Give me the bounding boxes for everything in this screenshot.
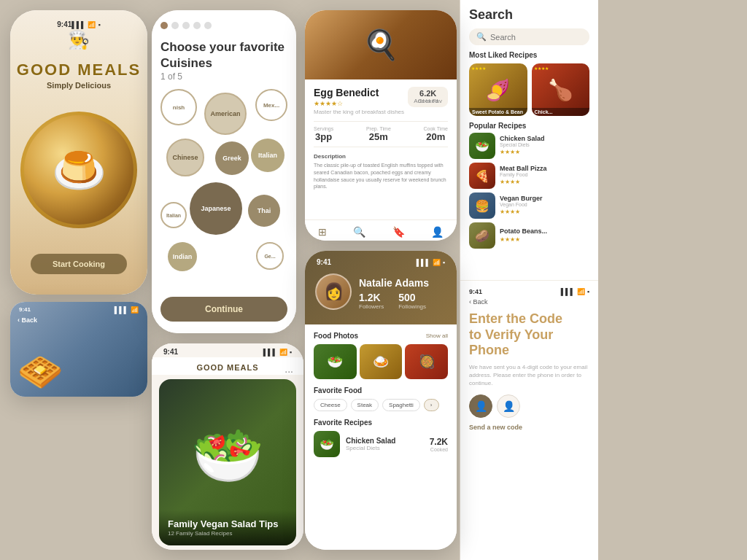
- food-photo-3: 🥘: [405, 344, 448, 379]
- fav-food-chips: Cheese Steak Spaghetti ›: [314, 399, 448, 411]
- recipe-food-image: 🍳: [305, 10, 457, 79]
- profile-status: 9:41 ▌▌▌ 📶 ▪: [305, 254, 457, 268]
- popular-img-2: 🍕: [469, 163, 495, 189]
- cook-stat: Cook Time 20m: [424, 126, 448, 142]
- profile-content: Food Photos Show all 🥗 🍛 🥘 Favorite Food…: [305, 324, 457, 550]
- profile-status-icons: ▌▌▌ 📶 ▪: [417, 259, 445, 266]
- recipe-stats: Servings 3pp Prep. Time 25m Cook Time 20…: [314, 121, 448, 147]
- popular-stars-3: ★★★★: [500, 209, 543, 215]
- feed-menu-dots[interactable]: ···: [285, 365, 293, 377]
- popular-img-1: 🥗: [469, 133, 495, 159]
- waffles-status-icons: ▌▌▌ 📶: [115, 306, 139, 314]
- main-layout: 9:41 ▌▌▌ 📶 ▪ 👨‍🍳 GOOD MEALS Simply Delic…: [0, 0, 747, 560]
- waffles-wifi: 📶: [131, 306, 139, 314]
- popular-item-2: 🍕 Meat Ball Pizza Family Food ★★★★: [469, 163, 589, 189]
- popular-img-3: 🍔: [469, 192, 495, 219]
- bubble-greek[interactable]: Greek: [215, 141, 249, 175]
- back-link[interactable]: ‹ Back: [469, 298, 589, 306]
- fav-recipe-name: Chicken Salad: [346, 437, 395, 445]
- feed-inner: 9:41 ▌▌▌ 📶 ▪ GOOD MEALS ··· Family Vegan…: [152, 343, 303, 550]
- food-photo-1: 🥗: [314, 344, 357, 379]
- liked-card-1[interactable]: 🍠 Sweet Potato & Bean ★★★★: [469, 63, 527, 116]
- nav-home-icon[interactable]: ⊞: [318, 226, 327, 238]
- prep-label: Prep. Time: [366, 126, 391, 131]
- followers-count: 1.2K: [359, 292, 384, 303]
- fav-chip-steak: Steak: [351, 399, 379, 411]
- liked-emoji-2: 🍗: [548, 78, 573, 102]
- feed-phone: 9:41 ▌▌▌ 📶 ▪ GOOD MEALS ··· Family Vegan…: [152, 343, 303, 550]
- bubble-mexican[interactable]: Mex...: [255, 89, 287, 121]
- verify-icon-1[interactable]: 👤: [469, 394, 492, 418]
- col2: Choose your favorite Cuisines 1 of 5 nis…: [146, 0, 299, 560]
- bubble-chinese[interactable]: Chinese: [166, 139, 204, 176]
- status-bar: 9:41 ▌▌▌ 📶 ▪: [45, 16, 112, 30]
- feed-card[interactable]: Family Vegan Salad Tips 12 Family Salad …: [159, 379, 296, 545]
- cook-label: Cook Time: [424, 126, 448, 131]
- popular-info-2: Meat Ball Pizza Family Food ★★★★: [500, 165, 547, 187]
- servings-value: 3pp: [314, 131, 333, 142]
- waffles-bg: 9:41 ▌▌▌ 📶 ‹ Back: [10, 302, 147, 397]
- verify-time: 9:41: [469, 288, 482, 295]
- food-photos-header: Food Photos Show all: [314, 332, 448, 340]
- following-label: Followings: [398, 303, 426, 310]
- waffles-phone: 9:41 ▌▌▌ 📶 ‹ Back: [10, 302, 147, 397]
- popular-cat-2: Family Food: [500, 172, 547, 177]
- liked-emoji-1: 🍠: [485, 78, 511, 102]
- verify-status-bar: 9:41 ▌▌▌ 📶 ▪: [469, 288, 589, 295]
- profile-avatar: 👩: [315, 273, 352, 310]
- feed-status-icons: ▌▌▌ 📶 ▪: [263, 349, 292, 356]
- continue-button[interactable]: Continue: [160, 297, 287, 322]
- bubble-japanese[interactable]: Japanese: [190, 182, 242, 235]
- nav-search-icon[interactable]: 🔍: [353, 226, 365, 238]
- bubble-ltalian[interactable]: ltalian: [160, 202, 187, 228]
- fav-recipe-count: 7.2K Cooked: [430, 437, 448, 452]
- signal-icon: ▌▌▌: [71, 21, 85, 28]
- recipe-phone: 🍳 Egg Benedict ★★★★☆ Master the king of …: [305, 10, 457, 241]
- fav-food-label: Favorite Food: [314, 386, 362, 394]
- popular-cat-1: Special Diets: [500, 142, 545, 147]
- splash-phone: 9:41 ▌▌▌ 📶 ▪ 👨‍🍳 GOOD MEALS Simply Delic…: [10, 10, 147, 295]
- progress-dots: [160, 22, 287, 29]
- verify-panel: 9:41 ▌▌▌ 📶 ▪ ‹ Back Enter the Code to Ve…: [460, 280, 598, 560]
- popular-stars-4: ★★★★: [500, 236, 547, 243]
- recipe-nav: ⊞ 🔍 🔖 👤: [305, 219, 457, 241]
- nav-profile-icon[interactable]: 👤: [431, 226, 444, 238]
- search-title: Search: [469, 7, 589, 23]
- start-cooking-button[interactable]: Start Cooking: [31, 254, 127, 274]
- cuisine-title: Choose your favorite Cuisines: [160, 39, 287, 71]
- bubble-thai[interactable]: Thai: [248, 195, 280, 227]
- fav-chip-cheese: Cheese: [314, 399, 347, 411]
- recipe-name-block: Egg Benedict ★★★★☆ Master the king of br…: [314, 87, 404, 115]
- waffles-status: 9:41 ▌▌▌ 📶: [10, 306, 147, 314]
- prep-value: 25m: [366, 131, 391, 142]
- profile-inner: 9:41 ▌▌▌ 📶 ▪ 👩 Natalie Adams: [305, 251, 457, 550]
- bubble-german[interactable]: Ge...: [256, 242, 284, 270]
- waffles-signal: ▌▌▌: [115, 306, 128, 314]
- back-button[interactable]: ‹ Back: [18, 316, 37, 324]
- food-photos: 🥗 🍛 🥘: [314, 344, 448, 379]
- right-panel: Search 🔍 Most Liked Recipes 🍠 Sweet Pota…: [460, 0, 598, 560]
- bubble-indian[interactable]: Indian: [168, 242, 197, 271]
- cook-value: 20m: [424, 131, 448, 142]
- time: 9:41: [57, 20, 71, 28]
- search-input-wrap: 🔍: [469, 28, 589, 45]
- fav-chip-spaghetti: Spaghetti: [382, 399, 420, 411]
- feed-time: 9:41: [163, 348, 178, 356]
- feed-card-title: Family Vegan Salad Tips: [168, 518, 287, 530]
- popular-name-3: Vegan Burger: [500, 195, 543, 202]
- show-all-link[interactable]: Show all: [426, 332, 448, 339]
- popular-name-2: Meat Ball Pizza: [500, 165, 547, 172]
- bubble-spanish[interactable]: nish: [160, 89, 197, 125]
- app-tagline: Simply Delicious: [47, 81, 111, 90]
- bubble-italian[interactable]: Italian: [251, 139, 285, 172]
- nav-bookmark-icon[interactable]: 🔖: [392, 226, 405, 238]
- recipe-badge-block: 6.2K Cooked Add to Fav: [408, 87, 448, 107]
- resend-link[interactable]: Send a new code: [469, 424, 589, 431]
- liked-card-2[interactable]: 🍗 Chick... ★★★★: [532, 63, 590, 116]
- search-input[interactable]: [490, 33, 582, 42]
- verify-icon-2[interactable]: 👤: [497, 394, 520, 418]
- bubble-american[interactable]: American: [204, 93, 247, 135]
- followers-label: Followers: [359, 303, 384, 310]
- servings-label: Servings: [314, 126, 333, 131]
- fav-chip-more[interactable]: ›: [424, 399, 439, 411]
